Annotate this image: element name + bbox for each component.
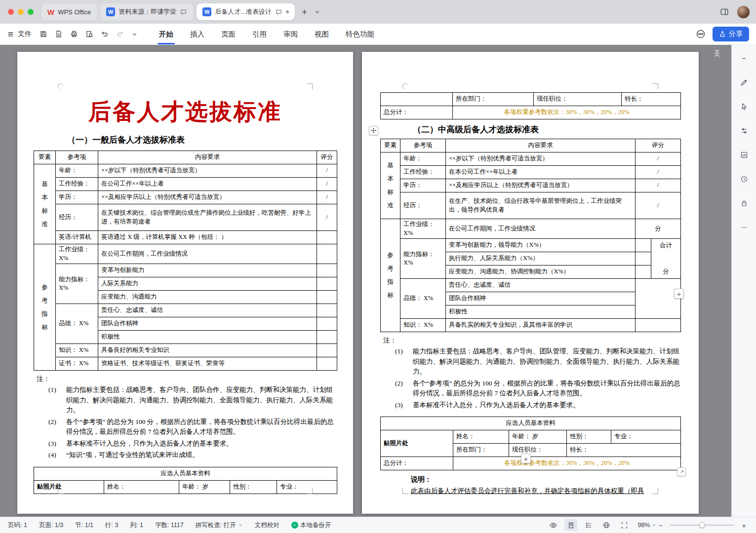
- table-cell: 年龄：: [400, 152, 446, 166]
- sidebar-toggle-icon[interactable]: [718, 5, 731, 18]
- share-button[interactable]: 分享: [713, 27, 749, 41]
- table-cell: 团队合作精神: [446, 292, 636, 305]
- group-basic-label: 基本标准: [41, 178, 48, 231]
- table-cell: 品德： X%: [56, 304, 98, 344]
- file-menu-label: 文件: [18, 30, 32, 38]
- element: [743, 201, 745, 203]
- tab-wps-office[interactable]: W WPS Office: [41, 3, 97, 20]
- fullscreen-view-icon[interactable]: [618, 519, 631, 531]
- section-status: 节: 1/1: [75, 521, 93, 530]
- element: [586, 527, 587, 528]
- table-cell: 知识： X%: [400, 319, 446, 332]
- print-preview-icon[interactable]: [85, 30, 93, 38]
- table-candidate-info[interactable]: 应选人员基本资料 贴照片处 姓名： 年龄： 岁 性别： 专业：: [34, 467, 337, 494]
- tab-review[interactable]: 审阅: [283, 24, 298, 44]
- quickbar-chevron-icon[interactable]: [131, 31, 138, 38]
- element: [740, 151, 748, 159]
- eye-protect-icon[interactable]: [547, 519, 559, 531]
- element: [85, 30, 93, 38]
- select-cursor-icon[interactable]: [739, 101, 750, 112]
- tab-insert[interactable]: 插入: [190, 24, 204, 44]
- zoom-in-button[interactable]: +: [740, 521, 748, 530]
- table-cell: 分: [636, 219, 681, 239]
- tab-list-chevron[interactable]: [311, 5, 324, 18]
- lock-icon[interactable]: [739, 198, 750, 209]
- table-info-continued[interactable]: 所在部门： 现任职位： 特长： 总分计： 各项权重参考数依次：30%，30%，2…: [380, 92, 681, 119]
- more-tools-icon[interactable]: [696, 29, 706, 39]
- table-move-handle[interactable]: [369, 126, 378, 135]
- tab-special-features[interactable]: 特色功能: [346, 24, 374, 44]
- table-senior-criteria[interactable]: 要素参考项 内容要求评分 基本标准 年龄：××岁以下（特别优秀者可适当放宽）/ …: [380, 139, 681, 332]
- settings-sliders-icon[interactable]: [739, 125, 750, 136]
- element: 应选人员基本资料 贴照片处 姓名： 年龄： 岁 性别： 专业：: [34, 467, 337, 494]
- element: [700, 34, 701, 35]
- table-cell: 性别：: [567, 430, 611, 444]
- margin-mark: [58, 83, 64, 89]
- collapse-rail-icon[interactable]: [739, 53, 750, 64]
- tab-current-document[interactable]: W 后备人才...准表设计: [197, 3, 295, 20]
- chart-tools-icon[interactable]: [739, 150, 750, 160]
- element: [621, 522, 628, 529]
- table-cell: 工作业绩：X%: [400, 219, 446, 239]
- explain-text: 此表由后备人才评估委员会进行完善和补充，并确定各项指标的具体权重（即具: [411, 487, 680, 495]
- web-view-icon[interactable]: [600, 519, 613, 531]
- redo-icon[interactable]: [116, 30, 124, 38]
- table-cell: 经历：: [400, 192, 446, 219]
- table-row: 参考指标 工作业绩：X%在公司工作期间，工作业绩情况: [34, 244, 337, 264]
- tab-reference[interactable]: 引用: [252, 24, 267, 44]
- page-view-icon[interactable]: [564, 519, 577, 531]
- table-row: 英语/计算机英语通过 X 级，计算机掌握 XX 种（包括： ）: [34, 231, 337, 244]
- local-backup-status[interactable]: ✓ 本地备份开: [291, 521, 331, 530]
- undo-icon[interactable]: [101, 30, 109, 38]
- table-row: 应选人员基本资料: [34, 467, 337, 480]
- zoom-slider[interactable]: [670, 525, 735, 526]
- table-row: 贴照片处 姓名： 年龄： 岁 性别： 专业：: [34, 480, 337, 494]
- table-resize-handle-icon[interactable]: [677, 467, 686, 476]
- scroll-to-top-icon[interactable]: [712, 47, 722, 59]
- close-window-button[interactable]: [8, 9, 14, 15]
- document-page-1[interactable]: 后备人才选拔标准 （一）一般后备人才选拔标准表 要素参考项 内容要求评分 基本标…: [17, 52, 353, 514]
- element: [588, 523, 592, 527]
- save-icon[interactable]: [40, 30, 47, 38]
- notes-label: 注：: [383, 336, 680, 345]
- table-insert-column-button[interactable]: +: [674, 289, 684, 299]
- outline-view-icon[interactable]: [582, 519, 595, 531]
- table-cell: 内容要求: [446, 139, 636, 152]
- status-bar: 页码: 1 页面: 1/3 节: 1/1 行: 3 列: 1 字数: 1117 …: [0, 517, 756, 533]
- spell-check-dropdown[interactable]: 拼写检查: 打开: [196, 521, 243, 530]
- table-general-criteria[interactable]: 要素参考项 内容要求评分 基本标准 年龄：××岁以下（特别优秀者可适当放宽）/ …: [34, 151, 337, 371]
- more-options-icon[interactable]: [739, 222, 750, 233]
- zoom-level-dropdown[interactable]: 98%: [637, 522, 656, 529]
- table-row: 品德： X%责任心、忠诚度、诚信: [381, 279, 681, 292]
- file-menu[interactable]: 文件: [7, 30, 32, 38]
- table-cell: ××岁以下（特别优秀者可适当放宽）: [446, 152, 636, 166]
- element: [181, 10, 186, 14]
- element: [570, 524, 572, 525]
- document-canvas[interactable]: 后备人才选拔标准 （一）一般后备人才选拔标准表 要素参考项 内容要求评分 基本标…: [0, 45, 731, 517]
- element: 本地备份开: [300, 521, 331, 530]
- history-clock-icon[interactable]: [739, 174, 750, 185]
- edit-pen-icon[interactable]: [739, 77, 750, 88]
- tab-document-source[interactable]: W 资料来源：即课学堂: [100, 3, 193, 20]
- document-page-2[interactable]: 所在部门： 现任职位： 特长： 总分计： 各项权重参考数依次：30%，30%，2…: [362, 52, 699, 514]
- table-cell: 所在部门：: [453, 444, 509, 457]
- minimize-window-button[interactable]: [18, 9, 24, 15]
- new-tab-button[interactable]: [298, 5, 311, 18]
- table-row: 参考指标 工作业绩：X%在公司工作期间，工作业绩情况分: [381, 219, 681, 239]
- element: [41, 32, 46, 37]
- tab-view[interactable]: 视图: [315, 24, 329, 44]
- table-insert-row-button[interactable]: +: [521, 454, 531, 463]
- zoom-window-button[interactable]: [28, 9, 34, 15]
- user-avatar[interactable]: [737, 5, 750, 19]
- zoom-slider-knob[interactable]: [699, 522, 705, 528]
- tab-home[interactable]: 开始: [159, 24, 173, 44]
- zoom-out-button[interactable]: −: [656, 521, 665, 530]
- element: [721, 9, 728, 14]
- table-row: 经历：在生产、技术岗位、综合行政等中基层管理岗位上，工作业绩突出，领导作风优良者…: [381, 192, 681, 219]
- tab-page[interactable]: 页面: [221, 24, 236, 44]
- export-pdf-icon[interactable]: [55, 30, 63, 38]
- document-proofread-button[interactable]: 文档校对: [255, 521, 279, 530]
- table-cell: [317, 304, 337, 317]
- print-icon[interactable]: [70, 30, 78, 38]
- share-icon: [719, 31, 726, 38]
